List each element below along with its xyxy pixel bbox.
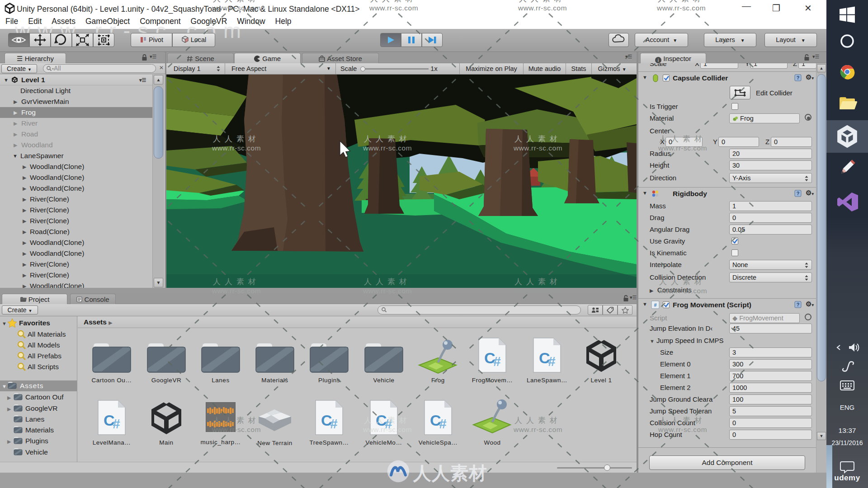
svg-text:?: ? xyxy=(797,302,800,307)
svg-text:?: ? xyxy=(797,191,800,196)
svg-text:#: # xyxy=(654,302,656,308)
svg-text:?: ? xyxy=(797,75,800,80)
